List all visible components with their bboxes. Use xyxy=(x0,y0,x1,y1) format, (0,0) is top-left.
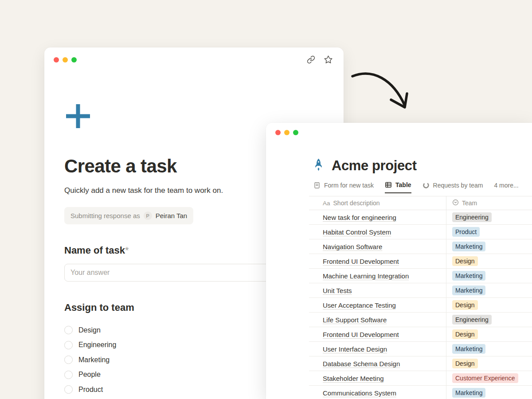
tab-requests-by-team[interactable]: Requests by team xyxy=(422,182,483,193)
table-row[interactable]: User Interface DesignMarketing xyxy=(309,342,532,356)
view-tabs: Form for new taskTableRequests by team4 … xyxy=(313,181,532,193)
radio-icon[interactable] xyxy=(64,385,73,394)
radio-icon[interactable] xyxy=(64,356,73,364)
team-tag[interactable]: Design xyxy=(452,300,478,310)
submitter-name: Peiran Tan xyxy=(156,212,187,219)
table-icon xyxy=(385,181,392,188)
cell-team[interactable]: Engineering xyxy=(446,210,532,224)
rocket-icon[interactable] xyxy=(313,158,324,174)
cell-short-description[interactable]: Stakeholder Meeting xyxy=(309,371,446,385)
cell-team[interactable]: Engineering xyxy=(446,313,532,327)
task-description[interactable]: Frontend UI Development xyxy=(323,331,399,338)
cell-team[interactable]: Marketing xyxy=(446,239,532,254)
tab-table[interactable]: Table xyxy=(385,181,411,193)
cell-short-description[interactable]: Frontend UI Development xyxy=(309,327,446,341)
column-header-team[interactable]: Team xyxy=(446,196,532,210)
cell-team[interactable]: Marketing xyxy=(446,342,532,356)
team-tag[interactable]: Marketing xyxy=(452,271,485,281)
link-icon[interactable] xyxy=(307,55,315,64)
team-tag[interactable]: Marketing xyxy=(452,388,485,398)
task-description[interactable]: Unit Tests xyxy=(323,287,352,294)
cell-short-description[interactable]: Communications System xyxy=(309,386,446,399)
task-description[interactable]: Stakeholder Meeting xyxy=(323,375,384,382)
task-description[interactable]: Database Schema Design xyxy=(323,360,400,368)
column-header-short-description[interactable]: Aa Short description xyxy=(309,196,446,210)
task-description[interactable]: Navigation Software xyxy=(323,243,382,250)
table-row[interactable]: Communications SystemMarketing xyxy=(309,386,532,399)
task-description[interactable]: Frontend UI Development xyxy=(323,258,399,265)
team-tag[interactable]: Engineering xyxy=(452,315,492,325)
cell-team[interactable]: Marketing xyxy=(446,269,532,283)
form-icon xyxy=(313,182,321,189)
column-label: Team xyxy=(462,200,477,207)
cell-team[interactable]: Design xyxy=(446,356,532,371)
table-row[interactable]: Stakeholder MeetingCustomer Experience xyxy=(309,371,532,386)
table-row[interactable]: New task for engineeringEngineering xyxy=(309,210,532,225)
table-row[interactable]: User Acceptance TestingDesign xyxy=(309,298,532,313)
table-row[interactable]: Unit TestsMarketing xyxy=(309,283,532,298)
cell-team[interactable]: Marketing xyxy=(446,386,532,399)
database-table: Aa Short description Team New task for e… xyxy=(309,196,532,399)
cell-short-description[interactable]: New task for engineering xyxy=(309,210,446,224)
task-description[interactable]: New task for engineering xyxy=(323,214,396,221)
close-button[interactable] xyxy=(54,57,59,63)
table-body: New task for engineeringEngineeringHabit… xyxy=(309,210,532,399)
submitting-as-pill: Submitting response as P Peiran Tan xyxy=(64,207,193,224)
cell-team[interactable]: Design xyxy=(446,254,532,268)
team-tag[interactable]: Marketing xyxy=(452,344,485,354)
task-description[interactable]: Life Support Software xyxy=(323,316,387,324)
minimize-button[interactable] xyxy=(63,57,68,63)
acme-project-window: Acme project Form for new taskTableReque… xyxy=(266,123,532,399)
cell-team[interactable]: Design xyxy=(446,298,532,312)
task-description[interactable]: User Interface Design xyxy=(323,345,387,353)
table-row[interactable]: Machine Learning IntegrationMarketing xyxy=(309,269,532,283)
donut-chart-icon xyxy=(422,182,430,189)
team-tag[interactable]: Product xyxy=(452,227,480,237)
cell-team[interactable]: Product xyxy=(446,225,532,239)
table-row[interactable]: Frontend UI DevelopmentDesign xyxy=(309,327,532,342)
cell-short-description[interactable]: Unit Tests xyxy=(309,283,446,297)
team-tag[interactable]: Marketing xyxy=(452,242,485,251)
table-row[interactable]: Habitat Control SystemProduct xyxy=(309,225,532,239)
team-tag[interactable]: Customer Experience xyxy=(452,373,518,383)
cell-short-description[interactable]: Database Schema Design xyxy=(309,356,446,371)
cell-short-description[interactable]: Machine Learning Integration xyxy=(309,269,446,283)
tab-form-for-new-task[interactable]: Form for new task xyxy=(313,182,374,193)
radio-icon[interactable] xyxy=(64,341,73,349)
table-row[interactable]: Life Support SoftwareEngineering xyxy=(309,313,532,327)
team-tag[interactable]: Marketing xyxy=(452,286,485,295)
submitting-as-label: Submitting response as xyxy=(70,212,140,219)
team-tag[interactable]: Engineering xyxy=(452,212,492,222)
star-icon[interactable] xyxy=(324,55,333,64)
radio-icon[interactable] xyxy=(64,326,73,334)
task-description[interactable]: Communications System xyxy=(323,389,396,397)
zoom-button[interactable] xyxy=(293,130,298,135)
table-row[interactable]: Frontend UI DevelopmentDesign xyxy=(309,254,532,269)
task-description[interactable]: Machine Learning Integration xyxy=(323,272,409,280)
table-row[interactable]: Database Schema DesignDesign xyxy=(309,356,532,371)
table-row[interactable]: Navigation SoftwareMarketing xyxy=(309,239,532,254)
select-dropdown-icon xyxy=(452,199,459,207)
cell-short-description[interactable]: Life Support Software xyxy=(309,313,446,327)
table-window-titlebar xyxy=(266,123,532,135)
zoom-button[interactable] xyxy=(71,57,77,63)
minimize-button[interactable] xyxy=(284,130,289,135)
team-tag[interactable]: Design xyxy=(452,329,478,339)
tab-4-more[interactable]: 4 more... xyxy=(494,182,518,193)
avatar: P xyxy=(144,211,152,220)
team-tag[interactable]: Design xyxy=(452,359,478,368)
required-marker: * xyxy=(125,245,129,256)
cell-team[interactable]: Marketing xyxy=(446,283,532,297)
cell-short-description[interactable]: Habitat Control System xyxy=(309,225,446,239)
task-description[interactable]: User Acceptance Testing xyxy=(323,301,396,309)
cell-short-description[interactable]: Frontend UI Development xyxy=(309,254,446,268)
team-tag[interactable]: Design xyxy=(452,256,478,266)
radio-icon[interactable] xyxy=(64,371,73,379)
close-button[interactable] xyxy=(275,130,281,135)
cell-short-description[interactable]: Navigation Software xyxy=(309,239,446,254)
cell-short-description[interactable]: User Interface Design xyxy=(309,342,446,356)
cell-team[interactable]: Customer Experience xyxy=(446,371,532,385)
cell-short-description[interactable]: User Acceptance Testing xyxy=(309,298,446,312)
cell-team[interactable]: Design xyxy=(446,327,532,341)
task-description[interactable]: Habitat Control System xyxy=(323,228,391,236)
